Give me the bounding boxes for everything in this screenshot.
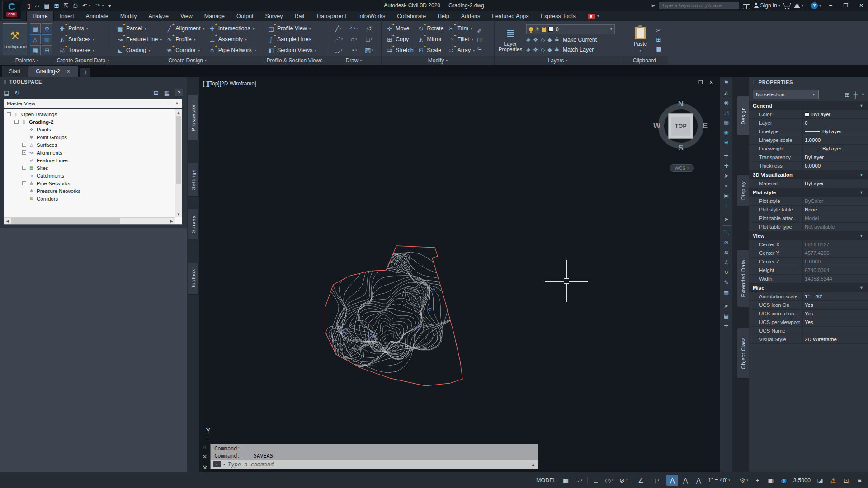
- ribbon-tab-analyze[interactable]: Analyze: [142, 11, 174, 21]
- object-snap-tracking-icon[interactable]: ∠: [635, 475, 646, 486]
- select-similar-icon[interactable]: ➤: [722, 301, 731, 310]
- tree-item-point-groups[interactable]: ❖Point Groups: [4, 133, 175, 141]
- undo-icon[interactable]: ↶: [82, 2, 87, 9]
- arc-button[interactable]: ◡▾: [331, 45, 346, 56]
- restore-button[interactable]: ❐: [840, 1, 852, 10]
- create-ground-data-group-label[interactable]: Create Ground Data▾: [54, 56, 112, 65]
- collapse-icon[interactable]: −: [14, 120, 19, 124]
- rectangle-button[interactable]: □▾: [362, 34, 377, 45]
- alignment-tool-icon[interactable]: ⊥: [722, 201, 731, 210]
- layer-off-icon[interactable]: ◇: [541, 37, 545, 43]
- pan-icon[interactable]: +: [752, 475, 764, 486]
- polar-tracking-icon[interactable]: ◷▾: [603, 475, 616, 486]
- circle-button[interactable]: ○▾: [346, 34, 362, 45]
- plot-icon[interactable]: ⎙: [73, 2, 77, 9]
- explode-icon[interactable]: ◫: [477, 36, 482, 43]
- draw-group-label[interactable]: Draw▾: [326, 56, 381, 65]
- close-tab-icon[interactable]: ✕: [66, 69, 71, 75]
- profile-view-button[interactable]: ◫Profile View▾: [266, 23, 318, 33]
- tree-item-points[interactable]: ✛Points: [4, 126, 175, 133]
- slope-tool-icon[interactable]: ◿: [722, 108, 731, 117]
- alignment-button[interactable]: ╱Alignment▾: [164, 23, 206, 33]
- grid-display-icon[interactable]: ▦: [560, 475, 572, 486]
- layer-unlock-icon[interactable]: ◆: [547, 47, 552, 53]
- polyline-button[interactable]: ◠▾: [346, 23, 362, 34]
- minimize-button[interactable]: –: [825, 1, 836, 10]
- preview-toggle-icon[interactable]: ▦: [164, 89, 170, 96]
- ribbon-tab-manage[interactable]: Manage: [198, 11, 231, 21]
- edit-polyline-icon[interactable]: ⊂: [477, 45, 482, 52]
- compass-north[interactable]: N: [678, 99, 684, 108]
- clean-screen-icon[interactable]: ⊡: [840, 475, 852, 486]
- cursor-select-icon[interactable]: ➤: [722, 215, 731, 223]
- section-views-button[interactable]: ◧Section Views▾: [266, 45, 318, 55]
- compass-west[interactable]: W: [653, 122, 660, 131]
- annotation-scale-icon[interactable]: ⋀: [693, 475, 704, 486]
- measure-icon[interactable]: ∠: [722, 258, 731, 267]
- tree-item-alignments[interactable]: +↝Alignments: [4, 149, 175, 156]
- section-header-view[interactable]: View▼: [749, 231, 868, 240]
- ribbon-tab-output[interactable]: Output: [231, 11, 259, 21]
- redo-icon[interactable]: ↷: [95, 2, 100, 9]
- tab-grading-2[interactable]: Grading-2 ✕: [28, 66, 78, 77]
- hatch-button[interactable]: ▨▾: [362, 45, 377, 56]
- snap-mode-icon[interactable]: ∷▾: [573, 475, 585, 486]
- app-store-cart-icon[interactable]: [784, 3, 790, 8]
- side-tab-prospector[interactable]: Prospector: [188, 95, 199, 140]
- rotate-tool-icon[interactable]: ↻: [722, 268, 731, 277]
- layer-thaw-icon[interactable]: ❖: [533, 47, 538, 53]
- line-button[interactable]: ╱▾: [331, 23, 346, 34]
- ribbon-tab-home[interactable]: Home: [26, 11, 54, 21]
- elevation-value[interactable]: 3.5000: [791, 475, 813, 486]
- export-icon[interactable]: ⇱: [63, 2, 68, 9]
- intersections-button[interactable]: ✚Intersections▾: [207, 23, 257, 33]
- ellipse-button[interactable]: ◔▾: [346, 45, 362, 56]
- grid-tool-icon[interactable]: ▦: [722, 288, 731, 296]
- match-layer-button[interactable]: Match Layer: [563, 47, 594, 53]
- scrollbar-thumb[interactable]: [176, 116, 181, 184]
- command-input[interactable]: >_ ▾ Type a command ▲: [210, 460, 538, 469]
- geomap-icon[interactable]: ◉: [722, 128, 731, 136]
- point-create-icon[interactable]: ✛: [722, 151, 731, 160]
- workspace-gear-icon[interactable]: ⚙▾: [737, 475, 750, 486]
- fillet-button[interactable]: ◝Fillet▾: [446, 34, 476, 44]
- sample-lines-button[interactable]: ∫Sample Lines: [266, 34, 318, 44]
- toolspace-view-selector[interactable]: Master View ▼: [4, 99, 182, 108]
- expand-icon[interactable]: +: [22, 143, 26, 147]
- image-attach-icon[interactable]: ▣: [722, 191, 731, 200]
- network-tool-icon[interactable]: ⊘: [722, 238, 731, 247]
- ribbon-tab-modify[interactable]: Modify: [114, 11, 143, 21]
- section-header-general[interactable]: General▼: [749, 101, 868, 110]
- help-icon[interactable]: ?: [175, 89, 183, 96]
- properties-title-bar[interactable]: ⣿ PROPERTIES: [749, 77, 868, 88]
- tree-item-sites[interactable]: +▦Sites: [4, 164, 175, 172]
- mirror-button[interactable]: ◭Mirror: [416, 34, 445, 44]
- close-command-icon[interactable]: ✕: [203, 454, 207, 460]
- quick-select-icon[interactable]: ⌖: [861, 91, 864, 98]
- ribbon-tab-view[interactable]: View: [175, 11, 198, 21]
- toolspace-title-bar[interactable]: ⣿ TOOLSPACE: [0, 77, 187, 87]
- content-browser-button[interactable]: ▦: [30, 45, 41, 55]
- layer-on-icon[interactable]: ◇: [541, 47, 545, 53]
- tree-item-corridors[interactable]: ≋Corridors: [4, 195, 175, 202]
- feature-line-button[interactable]: ↝Feature Line▾: [115, 34, 163, 44]
- side-tab-survey[interactable]: Survey: [188, 209, 199, 239]
- warning-icon[interactable]: ⚠: [827, 475, 839, 486]
- tree-item-feature-lines[interactable]: ↲Feature Lines: [4, 156, 175, 164]
- help-button[interactable]: ?▾: [811, 2, 821, 9]
- visibility-check-icon[interactable]: ◉: [722, 98, 731, 107]
- compass-east[interactable]: E: [703, 122, 708, 131]
- command-expand-icon[interactable]: ▲: [531, 462, 535, 467]
- array-button[interactable]: ∷Array▾: [446, 45, 476, 55]
- profile-section-views-group-label[interactable]: Profile & Section Views: [263, 56, 326, 65]
- layer-dropdown[interactable]: ☀ 0 ▾: [526, 24, 615, 34]
- ortho-mode-icon[interactable]: ∟: [590, 475, 602, 486]
- table-tool-icon[interactable]: ▤: [722, 311, 731, 320]
- view-cube-face[interactable]: TOP: [668, 113, 693, 139]
- grading-button[interactable]: ◣Grading▾: [115, 45, 163, 55]
- chevron-down-icon[interactable]: ▾: [89, 4, 91, 8]
- panorama-palette-button[interactable]: ⊞: [42, 45, 52, 55]
- survey-flag-icon[interactable]: ⚑: [722, 78, 731, 87]
- annotation-visibility-icon[interactable]: ⋀: [666, 475, 678, 486]
- side-tab-extended-data[interactable]: Extended Data: [737, 249, 749, 307]
